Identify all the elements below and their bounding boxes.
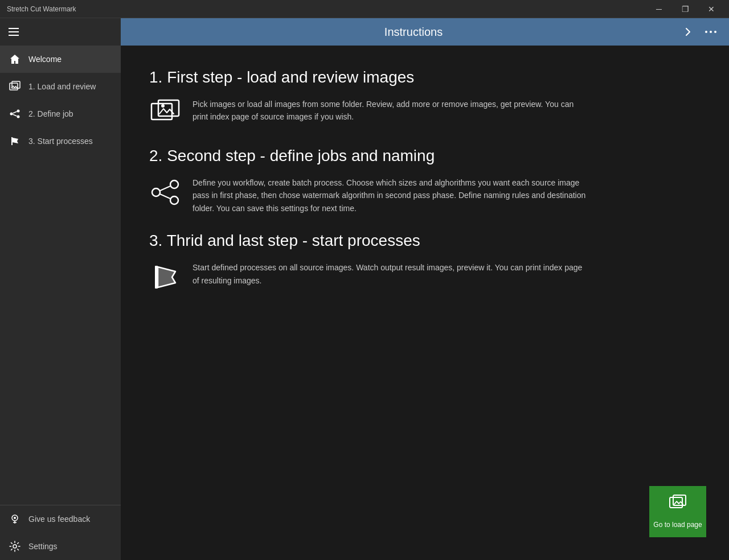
forward-button[interactable] <box>679 23 697 41</box>
svg-point-24 <box>170 196 178 204</box>
sidebar-item-load-review-label: 1. Load and review <box>28 82 96 91</box>
sidebar-item-feedback[interactable]: Give us feedback <box>0 505 121 533</box>
svg-line-26 <box>160 194 170 199</box>
step-2-section: 2. Second step - define jobs and naming <box>149 147 588 215</box>
images-icon <box>9 81 21 92</box>
svg-line-25 <box>160 186 170 191</box>
svg-point-6 <box>17 110 20 113</box>
step-1-icon <box>149 98 181 130</box>
svg-point-18 <box>714 31 716 33</box>
step-1-description: Pick images or load all images from some… <box>193 98 588 123</box>
header: Instructions <box>121 18 729 46</box>
flag-icon <box>9 135 21 147</box>
sidebar-item-define-job[interactable]: 2. Define job <box>0 100 121 127</box>
goto-load-page-button[interactable]: Go to load page <box>649 486 706 537</box>
sidebar-item-welcome-label: Welcome <box>28 55 62 64</box>
svg-rect-4 <box>12 81 20 88</box>
step-3-body: Start defined processes on all source im… <box>149 261 588 293</box>
step-3-description: Start defined processes on all source im… <box>193 261 588 287</box>
workflow-icon <box>9 108 21 120</box>
svg-rect-0 <box>9 28 19 29</box>
sidebar-item-settings-label: Settings <box>28 542 58 551</box>
svg-point-7 <box>17 116 20 118</box>
sidebar-item-start-processes[interactable]: 3. Start processes <box>0 127 121 155</box>
sidebar-item-feedback-label: Give us feedback <box>28 514 90 524</box>
svg-line-9 <box>13 114 17 116</box>
step-1-section: 1. First step - load and review images P… <box>149 68 588 130</box>
close-button[interactable]: ✕ <box>698 0 724 18</box>
content-wrapper: 1. First step - load and review images P… <box>149 68 588 293</box>
svg-point-23 <box>170 180 178 188</box>
more-options-button[interactable] <box>702 23 720 41</box>
svg-rect-20 <box>158 100 179 116</box>
app-title: Stretch Cut Watermark <box>7 5 76 13</box>
step-2-icon <box>149 176 181 208</box>
sidebar: Welcome 1. Load and review <box>0 18 121 560</box>
hamburger-button[interactable] <box>0 18 27 46</box>
goto-label: Go to load page <box>653 521 702 530</box>
svg-rect-2 <box>9 35 19 36</box>
sidebar-item-load-review[interactable]: 1. Load and review <box>0 73 121 100</box>
sidebar-top: Welcome 1. Load and review <box>0 18 121 505</box>
svg-point-15 <box>13 545 17 548</box>
step-1-body: Pick images or load all images from some… <box>149 98 588 130</box>
svg-point-17 <box>710 31 712 33</box>
header-right <box>679 23 720 41</box>
svg-rect-10 <box>11 137 13 145</box>
sidebar-item-welcome[interactable]: Welcome <box>0 46 121 73</box>
feedback-icon <box>9 513 21 525</box>
svg-point-12 <box>14 517 16 519</box>
sidebar-item-start-processes-label: 3. Start processes <box>28 137 93 146</box>
app-body: Welcome 1. Load and review <box>0 18 729 560</box>
step-3-section: 3. Thrid and last step - start processes… <box>149 232 588 293</box>
sidebar-bottom: Give us feedback Settings <box>0 505 121 560</box>
window-controls: ─ ❐ ✕ <box>646 0 724 18</box>
home-icon <box>9 53 21 65</box>
svg-line-8 <box>13 112 17 113</box>
step-2-body: Define you workflow, create batch proces… <box>149 176 588 215</box>
sidebar-item-define-job-label: 2. Define job <box>28 109 73 118</box>
step-1-title: 1. First step - load and review images <box>149 68 588 87</box>
content-area: 1. First step - load and review images P… <box>121 46 729 560</box>
svg-point-21 <box>161 104 165 108</box>
goto-icon <box>669 494 687 516</box>
svg-rect-1 <box>9 31 19 32</box>
svg-point-5 <box>10 113 13 116</box>
titlebar: Stretch Cut Watermark ─ ❐ ✕ <box>0 0 729 18</box>
step-3-title: 3. Thrid and last step - start processes <box>149 232 588 250</box>
sidebar-item-settings[interactable]: Settings <box>0 533 121 560</box>
settings-icon <box>9 541 21 552</box>
step-3-icon <box>149 261 181 293</box>
svg-point-16 <box>705 31 707 33</box>
maximize-button[interactable]: ❐ <box>672 0 698 18</box>
svg-point-22 <box>152 188 160 196</box>
step-2-description: Define you workflow, create batch proces… <box>193 176 588 215</box>
minimize-button[interactable]: ─ <box>646 0 672 18</box>
step-2-title: 2. Second step - define jobs and naming <box>149 147 588 165</box>
page-title: Instructions <box>148 26 679 39</box>
